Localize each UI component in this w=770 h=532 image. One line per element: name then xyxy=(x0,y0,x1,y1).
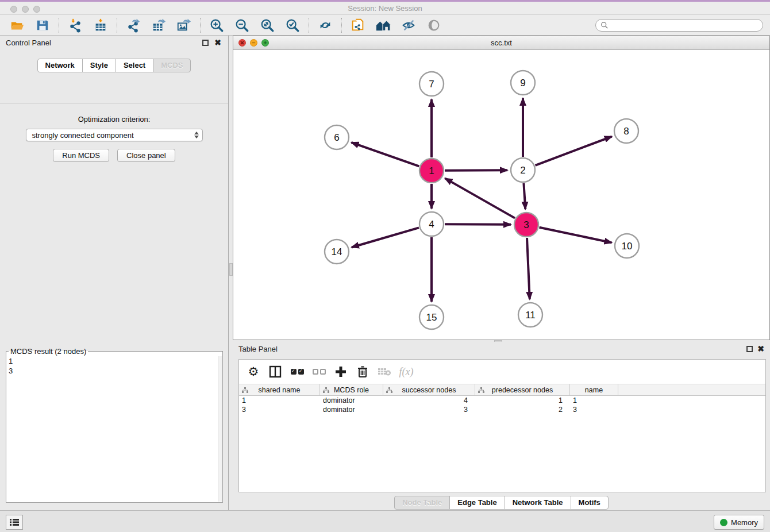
column-header-predecessor-nodes[interactable]: predecessor nodes xyxy=(475,384,570,395)
tab-select[interactable]: Select xyxy=(116,59,153,72)
zoom-fit-icon[interactable] xyxy=(259,17,275,33)
column-header-name[interactable]: name xyxy=(570,384,618,395)
control-panel-title: Control Panel xyxy=(6,38,51,47)
network-window-titlebar[interactable]: ✕ − + scc.txt xyxy=(233,36,769,50)
column-header-successor-nodes[interactable]: successor nodes xyxy=(383,384,475,395)
deselect-all-checkboxes-icon[interactable] xyxy=(310,364,328,379)
graph-edge-3-10[interactable] xyxy=(540,228,612,243)
bird-view-icon[interactable] xyxy=(426,17,442,33)
table-cell[interactable]: 2 xyxy=(475,406,570,414)
table-cell[interactable]: 4 xyxy=(383,396,475,404)
result-scrollbar[interactable] xyxy=(218,356,222,502)
delete-table-icon[interactable] xyxy=(376,364,393,379)
search-input[interactable] xyxy=(611,20,763,30)
table-cell[interactable]: 3 xyxy=(383,406,475,414)
column-header-shared-name[interactable]: shared name xyxy=(239,384,320,395)
mcds-tab-content: Optimization criterion: strongly connect… xyxy=(0,103,228,510)
result-line: 3 xyxy=(9,366,220,376)
criterion-select[interactable]: strongly connected component xyxy=(26,129,203,141)
tab-motifs[interactable]: Motifs xyxy=(571,496,609,510)
graph-node-6[interactable]: 6 xyxy=(325,125,349,149)
import-table-icon[interactable] xyxy=(93,17,109,33)
graph-node-7[interactable]: 7 xyxy=(419,72,444,96)
result-line: 1 xyxy=(9,356,220,366)
table-cell[interactable]: 1 xyxy=(570,396,618,404)
graph-node-14[interactable]: 14 xyxy=(325,240,349,264)
run-mcds-button[interactable]: Run MCDS xyxy=(53,149,109,162)
tab-node-table[interactable]: Node Table xyxy=(394,496,450,510)
table-cell[interactable]: 3 xyxy=(570,406,618,414)
first-neighbors-icon[interactable] xyxy=(375,17,391,33)
graph-edge-3-1[interactable] xyxy=(445,178,515,218)
export-network-icon[interactable] xyxy=(125,17,141,33)
table-cell[interactable]: 1 xyxy=(475,396,570,404)
table-cell[interactable]: dominator xyxy=(320,406,383,414)
graph-node-15[interactable]: 15 xyxy=(419,305,444,329)
table-cell[interactable]: dominator xyxy=(320,396,383,404)
tab-style[interactable]: Style xyxy=(82,59,116,72)
table-row[interactable]: 1dominator411 xyxy=(239,396,765,405)
import-network-icon[interactable] xyxy=(67,17,83,33)
delete-column-icon[interactable] xyxy=(354,364,371,379)
clone-network-icon[interactable] xyxy=(350,17,366,33)
open-session-icon[interactable] xyxy=(9,17,25,33)
close-panel-button[interactable]: Close panel xyxy=(117,149,175,162)
zoom-in-icon[interactable] xyxy=(209,17,225,33)
list-icon xyxy=(10,518,19,526)
graph-edge-4-14[interactable] xyxy=(352,228,419,247)
graph-edge-3-11[interactable] xyxy=(527,238,530,299)
graph-node-11[interactable]: 11 xyxy=(518,303,542,327)
close-table-panel-icon[interactable]: ✖ xyxy=(757,344,764,353)
graph-node-10[interactable]: 10 xyxy=(615,234,639,258)
function-builder-icon[interactable]: f(x) xyxy=(398,364,415,379)
close-panel-icon[interactable]: ✖ xyxy=(214,38,221,47)
graph-edge-4-3[interactable] xyxy=(445,224,511,225)
column-settings-icon[interactable]: ⚙ xyxy=(245,364,262,379)
window-title: Session: New Session xyxy=(0,4,770,13)
graph-node-3[interactable]: 3 xyxy=(514,213,538,237)
graph-edge-1-6[interactable] xyxy=(351,142,419,166)
zoom-out-icon[interactable] xyxy=(234,17,250,33)
float-table-panel-icon[interactable] xyxy=(746,346,753,352)
apply-layout-icon[interactable] xyxy=(317,17,333,33)
graph-node-1[interactable]: 1 xyxy=(419,159,444,183)
tab-mcds[interactable]: MCDS xyxy=(153,59,191,72)
control-panel: Control Panel ✖ Network Style Select MCD… xyxy=(0,36,229,510)
tab-network-table[interactable]: Network Table xyxy=(505,496,571,510)
graph-edge-2-8[interactable] xyxy=(536,137,612,165)
mcds-result-textarea[interactable]: 1 3 xyxy=(6,356,222,502)
save-session-icon[interactable] xyxy=(34,17,51,33)
float-panel-icon[interactable] xyxy=(202,40,209,46)
table-panel: Table Panel ✖ ⚙ f(x) xyxy=(233,342,770,510)
graph-node-9[interactable]: 9 xyxy=(511,71,535,95)
export-table-icon[interactable] xyxy=(151,17,167,33)
graph-node-2[interactable]: 2 xyxy=(511,158,535,182)
network-graph[interactable]: 1234678910111415 xyxy=(233,51,769,340)
vertical-splitter-handle[interactable] xyxy=(229,263,233,276)
table-cell[interactable]: 3 xyxy=(239,406,320,414)
table-cell[interactable]: 1 xyxy=(239,396,320,404)
memory-button[interactable]: Memory xyxy=(714,515,764,530)
main-toolbar xyxy=(0,15,770,36)
split-panel-icon[interactable] xyxy=(267,364,284,379)
network-view-window: ✕ − + scc.txt 1234678910111415 xyxy=(233,36,770,340)
graph-edge-2-3[interactable] xyxy=(523,183,525,209)
graph-node-4[interactable]: 4 xyxy=(419,212,444,236)
add-column-icon[interactable] xyxy=(332,364,349,379)
svg-text:11: 11 xyxy=(525,310,536,321)
export-image-icon[interactable] xyxy=(176,17,192,33)
graph-edge-1-2[interactable] xyxy=(445,170,507,171)
network-canvas[interactable]: 1234678910111415 xyxy=(233,51,769,340)
svg-text:1: 1 xyxy=(429,165,434,176)
select-all-checkboxes-icon[interactable] xyxy=(288,364,306,379)
graph-node-8[interactable]: 8 xyxy=(614,119,638,143)
optimization-criterion-label: Optimization criterion: xyxy=(0,115,228,124)
memory-label: Memory xyxy=(731,518,758,527)
tab-edge-table[interactable]: Edge Table xyxy=(449,496,505,510)
table-row[interactable]: 3dominator323 xyxy=(239,405,765,414)
tab-network[interactable]: Network xyxy=(37,59,83,72)
show-graphics-details-icon[interactable] xyxy=(401,17,417,33)
zoom-selected-icon[interactable] xyxy=(284,17,301,33)
column-header-MCDS-role[interactable]: MCDS role xyxy=(320,384,383,395)
show-log-button[interactable] xyxy=(6,515,23,530)
